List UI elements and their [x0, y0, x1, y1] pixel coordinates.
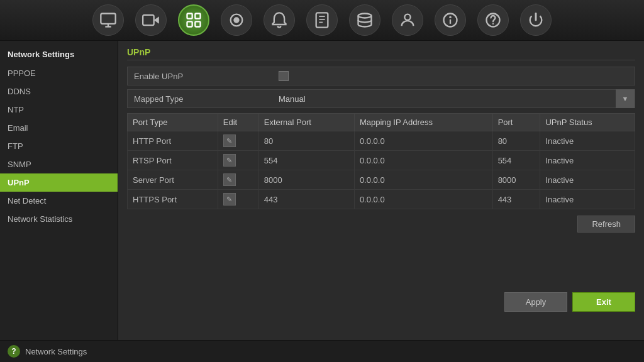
sidebar-item-ntp[interactable]: NTP — [0, 101, 118, 119]
enable-upnp-value — [272, 71, 635, 81]
top-toolbar — [0, 0, 644, 41]
sidebar-item-network-statistics[interactable]: Network Statistics — [0, 210, 118, 228]
cell-external-port: 443 — [258, 190, 354, 209]
storage-icon[interactable] — [349, 4, 380, 36]
cell-mapping-ip: 0.0.0.0 — [354, 170, 492, 190]
svg-point-20 — [492, 23, 493, 24]
sidebar-item-upnp[interactable]: UPnP — [0, 173, 118, 192]
cell-port-type: HTTPS Port — [128, 190, 218, 209]
mapped-type-value: Manual — [272, 94, 616, 104]
cell-port: 8000 — [492, 170, 540, 190]
user-icon[interactable] — [392, 4, 423, 36]
svg-point-9 — [233, 17, 239, 23]
record-icon[interactable] — [221, 4, 252, 36]
alarm-icon[interactable] — [264, 4, 295, 36]
sidebar-header: Network Settings — [0, 46, 118, 64]
svg-rect-6 — [187, 21, 192, 26]
power-icon[interactable] — [520, 4, 552, 36]
table-row: Server Port ✎ 8000 0.0.0.0 8000 Inactive — [128, 170, 635, 190]
cell-external-port: 554 — [258, 151, 354, 170]
cell-port-type: Server Port — [128, 170, 218, 190]
sidebar-item-ddns[interactable]: DDNS — [0, 82, 118, 101]
info-icon[interactable] — [435, 4, 466, 36]
bottom-bar: ? Network Settings — [0, 340, 644, 362]
sidebar-item-email[interactable]: Email — [0, 119, 118, 137]
col-upnp-status: UPnP Status — [540, 114, 635, 131]
col-port: Port — [492, 114, 540, 131]
svg-rect-0 — [101, 14, 115, 24]
edit-icon-2[interactable]: ✎ — [223, 173, 236, 186]
sidebar-item-snmp[interactable]: SNMP — [0, 155, 118, 173]
svg-rect-5 — [195, 14, 200, 19]
cell-port: 554 — [492, 151, 540, 170]
enable-upnp-label: Enable UPnP — [128, 72, 272, 81]
apply-button[interactable]: Apply — [504, 292, 567, 312]
sidebar: Network Settings PPPOE DDNS NTP Email FT… — [0, 41, 118, 340]
upnp-table: Port Type Edit External Port Mapping IP … — [127, 113, 635, 209]
bottom-help-icon: ? — [8, 345, 20, 358]
monitor-icon[interactable] — [92, 4, 124, 36]
enable-upnp-checkbox[interactable] — [279, 71, 289, 81]
cell-status: Inactive — [540, 131, 635, 151]
cell-status: Inactive — [540, 151, 635, 170]
cell-external-port: 8000 — [258, 170, 354, 190]
edit-icon-0[interactable]: ✎ — [223, 134, 236, 147]
svg-rect-3 — [143, 15, 154, 25]
cell-external-port: 80 — [258, 131, 354, 151]
cell-mapping-ip: 0.0.0.0 — [354, 151, 492, 170]
device-icon[interactable] — [306, 4, 338, 36]
cell-status: Inactive — [540, 190, 635, 209]
mapped-type-label: Mapped Type — [128, 94, 272, 104]
cell-edit: ✎ — [218, 190, 258, 209]
mapped-type-row: Mapped Type Manual ▼ — [127, 89, 635, 108]
edit-icon-3[interactable]: ✎ — [223, 193, 236, 206]
mapped-type-dropdown-arrow[interactable]: ▼ — [616, 89, 635, 108]
col-external-port: External Port — [258, 114, 354, 131]
cell-port-type: HTTP Port — [128, 131, 218, 151]
cell-edit: ✎ — [218, 131, 258, 151]
cell-edit: ✎ — [218, 170, 258, 190]
bottom-text: Network Settings — [25, 347, 87, 356]
table-row: HTTPS Port ✎ 443 0.0.0.0 443 Inactive — [128, 190, 635, 209]
cell-mapping-ip: 0.0.0.0 — [354, 190, 492, 209]
content-area: UPnP Enable UPnP Mapped Type Manual ▼ Po… — [118, 41, 644, 340]
sidebar-item-pppoe[interactable]: PPPOE — [0, 64, 118, 82]
edit-icon-1[interactable]: ✎ — [223, 154, 236, 167]
action-buttons: Apply Exit — [504, 292, 635, 312]
help-icon[interactable] — [477, 4, 509, 36]
col-port-type: Port Type — [128, 114, 218, 131]
table-row: RTSP Port ✎ 554 0.0.0.0 554 Inactive — [128, 151, 635, 170]
svg-point-15 — [404, 14, 410, 20]
svg-rect-4 — [187, 14, 192, 19]
camera-icon[interactable] — [135, 4, 167, 36]
col-edit: Edit — [218, 114, 258, 131]
exit-button[interactable]: Exit — [572, 292, 635, 312]
cell-mapping-ip: 0.0.0.0 — [354, 131, 492, 151]
cell-status: Inactive — [540, 170, 635, 190]
network-icon[interactable] — [178, 4, 209, 36]
enable-upnp-row: Enable UPnP — [127, 67, 635, 85]
table-row: HTTP Port ✎ 80 0.0.0.0 80 Inactive — [128, 131, 635, 151]
svg-rect-10 — [316, 13, 328, 27]
refresh-button[interactable]: Refresh — [577, 216, 635, 233]
cell-edit: ✎ — [218, 151, 258, 170]
cell-port-type: RTSP Port — [128, 151, 218, 170]
cell-port: 80 — [492, 131, 540, 151]
col-mapping-ip: Mapping IP Address — [354, 114, 492, 131]
svg-point-14 — [358, 14, 372, 18]
svg-rect-7 — [195, 21, 200, 26]
sidebar-item-ftp[interactable]: FTP — [0, 137, 118, 155]
content-title: UPnP — [127, 47, 635, 60]
sidebar-item-net-detect[interactable]: Net Detect — [0, 192, 118, 210]
cell-port: 443 — [492, 190, 540, 209]
refresh-area: Refresh — [127, 216, 635, 233]
